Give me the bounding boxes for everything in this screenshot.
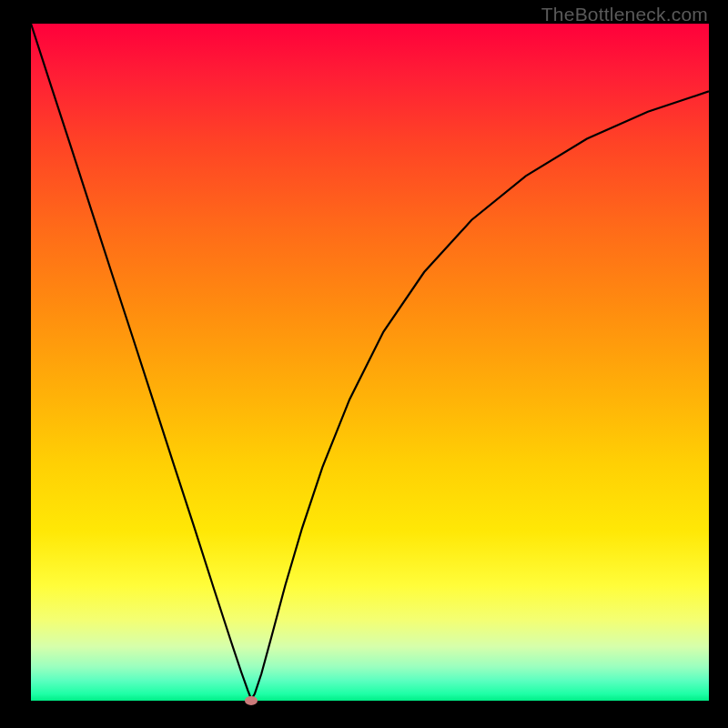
plot-area [31,24,709,701]
curve-svg [31,24,709,701]
chart-container: TheBottleneck.com [0,0,728,728]
minimum-marker [245,696,258,705]
watermark-text: TheBottleneck.com [541,4,708,25]
bottleneck-curve [31,24,709,700]
